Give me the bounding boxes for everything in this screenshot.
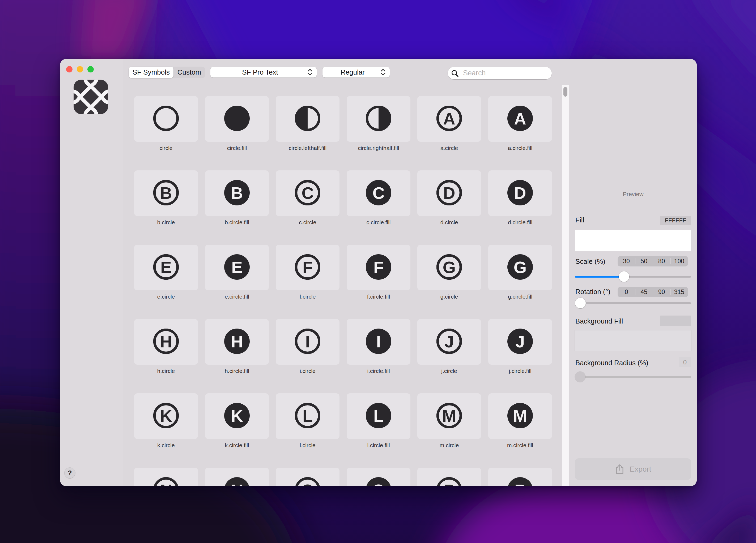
svg-text:O: O bbox=[372, 481, 385, 486]
svg-text:D: D bbox=[443, 184, 455, 202]
svg-text:C: C bbox=[372, 184, 385, 202]
svg-text:L: L bbox=[373, 407, 384, 425]
svg-text:P: P bbox=[444, 481, 455, 486]
svg-text:J: J bbox=[444, 332, 454, 351]
svg-text:F: F bbox=[373, 258, 384, 276]
svg-text:G: G bbox=[513, 258, 526, 276]
svg-text:B: B bbox=[231, 184, 243, 202]
svg-text:I: I bbox=[376, 332, 381, 351]
svg-text:C: C bbox=[301, 184, 314, 202]
svg-text:N: N bbox=[231, 481, 243, 486]
svg-text:H: H bbox=[231, 332, 243, 351]
svg-text:E: E bbox=[160, 258, 172, 276]
svg-text:K: K bbox=[231, 407, 243, 425]
svg-text:I: I bbox=[305, 332, 310, 351]
svg-text:A: A bbox=[443, 109, 455, 128]
svg-text:B: B bbox=[160, 184, 172, 202]
svg-text:K: K bbox=[160, 407, 172, 425]
svg-text:A: A bbox=[514, 109, 526, 128]
svg-text:H: H bbox=[160, 332, 172, 351]
svg-text:P: P bbox=[515, 481, 526, 486]
svg-text:O: O bbox=[301, 481, 314, 486]
svg-text:M: M bbox=[442, 407, 456, 425]
svg-text:F: F bbox=[303, 258, 313, 276]
svg-text:N: N bbox=[160, 481, 172, 486]
svg-text:D: D bbox=[514, 184, 526, 202]
svg-text:L: L bbox=[303, 407, 313, 425]
svg-text:E: E bbox=[231, 258, 243, 276]
svg-text:G: G bbox=[443, 258, 456, 276]
svg-text:M: M bbox=[513, 407, 527, 425]
svg-text:J: J bbox=[515, 332, 525, 351]
